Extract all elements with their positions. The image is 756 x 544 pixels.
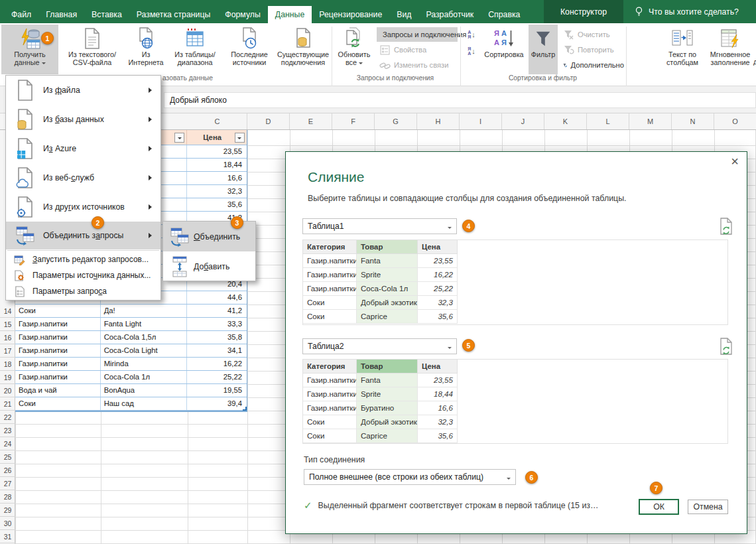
header-cell-price[interactable]: Цена <box>187 130 247 145</box>
column-header[interactable]: D <box>247 113 290 129</box>
row-header[interactable]: 22 <box>0 411 15 424</box>
menu-item-from-web-services[interactable]: Из веб-служб <box>6 163 160 192</box>
advanced-filter-button[interactable]: Дополнительно <box>560 58 624 72</box>
column-header[interactable]: F <box>332 113 375 129</box>
from-text-csv-button[interactable]: Из текстового/ CSV-файла <box>60 25 125 74</box>
cell-price[interactable]: 19,55 <box>187 384 247 397</box>
cell-category[interactable]: Соки <box>15 305 101 317</box>
edit-links-button[interactable]: Изменить связи <box>377 58 458 72</box>
row-header[interactable]: 29 <box>0 504 15 517</box>
row-header[interactable]: 21 <box>0 397 15 411</box>
cell-product[interactable]: Fanta Light <box>101 318 188 330</box>
column-header[interactable]: N <box>672 113 714 129</box>
cell-price[interactable]: 44,6 <box>187 291 247 304</box>
cell-price[interactable]: 16,22 <box>187 358 247 370</box>
menu-item-from-database[interactable]: Из базы данных <box>6 105 160 134</box>
cell-price[interactable]: 35,6 <box>187 198 247 211</box>
sort-button[interactable]: ЯААЯ Сортировка <box>481 25 527 74</box>
row-header[interactable]: 16 <box>0 331 15 344</box>
menu-item-merge-queries[interactable]: Объединить запросы <box>6 222 160 249</box>
cell-price[interactable]: 25,22 <box>187 371 247 383</box>
cell-product[interactable]: Наш сад <box>101 397 188 410</box>
table2-select[interactable]: Таблица2 <box>302 338 457 354</box>
row-header[interactable]: 31 <box>0 530 15 543</box>
row-header[interactable]: 18 <box>0 358 15 371</box>
cell-product[interactable]: Coca-Cola Light <box>101 344 188 357</box>
table-resize-handle[interactable] <box>243 407 247 411</box>
preview-column-header[interactable]: Категория <box>303 360 357 374</box>
ribbon-tab[interactable]: Вставка <box>84 6 129 23</box>
existing-connections-button[interactable]: Существующие подключения <box>276 25 330 74</box>
cell-product[interactable]: Да! <box>101 305 188 317</box>
preview-column-header[interactable]: Цена <box>418 360 458 374</box>
cell-price[interactable]: 32,3 <box>187 185 247 198</box>
filter-dropdown-button[interactable] <box>235 133 245 143</box>
cell-product[interactable]: Coca-Cola 1л <box>101 371 188 383</box>
sort-ascending-button[interactable]: АЯ↓ <box>464 27 479 42</box>
cell-price[interactable]: 23,55 <box>187 145 247 158</box>
cell-category[interactable]: Газир.напитки <box>15 344 101 357</box>
row-header[interactable]: 25 <box>0 450 15 464</box>
row-header[interactable]: 26 <box>0 464 15 477</box>
cell-category[interactable]: Газир.напитки <box>15 371 101 383</box>
cell-price[interactable]: 34,1 <box>187 344 247 357</box>
clear-filter-button[interactable]: Очистить <box>560 27 624 42</box>
text-to-columns-button[interactable]: Текст по столбцам <box>660 25 705 74</box>
ribbon-tab[interactable]: Формулы <box>218 6 268 23</box>
ribbon-tab[interactable]: Данные <box>268 6 312 23</box>
cell-product[interactable]: BonAqua <box>101 384 188 397</box>
cell-price[interactable]: 16,6 <box>187 172 247 184</box>
ok-button[interactable]: ОК <box>639 499 679 515</box>
menu-item-from-azure[interactable]: Из Azure <box>6 134 160 163</box>
filter-button[interactable]: Фильтр <box>529 25 558 74</box>
close-icon[interactable]: × <box>731 155 739 168</box>
refresh-preview-icon[interactable] <box>719 218 733 235</box>
properties-button[interactable]: Свойства <box>377 42 458 57</box>
menu-item-query-options[interactable]: Параметры запроса <box>6 283 160 299</box>
ribbon-tab[interactable]: Вид <box>389 6 418 23</box>
row-header[interactable]: 19 <box>0 371 15 384</box>
from-web-button[interactable]: Из Интернета <box>126 25 166 74</box>
cell-category[interactable]: Газир.напитки <box>15 318 101 330</box>
preview-column-header[interactable]: Категория <box>303 240 357 254</box>
submenu-item-append[interactable]: Добавить <box>163 251 255 281</box>
cell-price[interactable]: 33,3 <box>187 318 247 330</box>
tell-me-box[interactable]: Что вы хотите сделать? <box>634 0 739 23</box>
sort-descending-button[interactable]: ЯА↓ <box>464 44 479 58</box>
ribbon-tab[interactable]: Справка <box>481 6 527 23</box>
row-header[interactable]: 28 <box>0 490 15 504</box>
refresh-all-button[interactable]: Обновить все <box>334 25 374 74</box>
column-header[interactable]: G <box>375 113 417 129</box>
column-header[interactable]: O <box>714 113 756 129</box>
cell-category[interactable]: Газир.напитки <box>15 358 101 370</box>
preview-column-header[interactable]: Цена <box>418 240 458 254</box>
cell-product[interactable]: Mirinda <box>101 358 188 370</box>
reapply-filter-button[interactable]: Повторить <box>560 42 624 57</box>
ribbon-tab[interactable]: Рецензирование <box>312 6 389 23</box>
preview-column-header[interactable]: Товар <box>357 240 418 254</box>
row-header[interactable]: 24 <box>0 437 15 450</box>
row-header[interactable]: 15 <box>0 318 15 331</box>
cell-price[interactable]: 35,8 <box>187 331 247 344</box>
table1-select[interactable]: Таблица1 <box>302 218 457 234</box>
filter-dropdown-button[interactable] <box>174 133 184 143</box>
ribbon-tab[interactable]: Главная <box>38 6 84 23</box>
ribbon-tab[interactable]: Разработчик <box>418 6 481 23</box>
flash-fill-button[interactable]: Мгновенное заполнение <box>707 25 753 74</box>
column-header[interactable]: L <box>587 113 629 129</box>
row-header[interactable]: 14 <box>0 305 15 318</box>
menu-item-data-source-settings[interactable]: Параметры источника данных... <box>6 267 160 283</box>
row-header[interactable]: 23 <box>0 424 15 437</box>
recent-sources-button[interactable]: Последние источники <box>224 25 275 74</box>
column-header[interactable]: E <box>290 113 332 129</box>
row-header[interactable]: 20 <box>0 384 15 397</box>
cell-price[interactable]: 39,4 <box>187 397 247 410</box>
ribbon-tab[interactable]: Файл <box>4 6 38 23</box>
cell-price[interactable]: 18,44 <box>187 159 247 171</box>
cell-category[interactable]: Газир.напитки <box>15 331 101 344</box>
cancel-button[interactable]: Отмена <box>688 500 728 514</box>
menu-item-from-file[interactable]: Из файла <box>6 76 160 105</box>
cell-category[interactable]: Соки <box>15 397 101 410</box>
refresh-preview-icon[interactable] <box>719 338 733 355</box>
column-header[interactable]: J <box>502 113 544 129</box>
